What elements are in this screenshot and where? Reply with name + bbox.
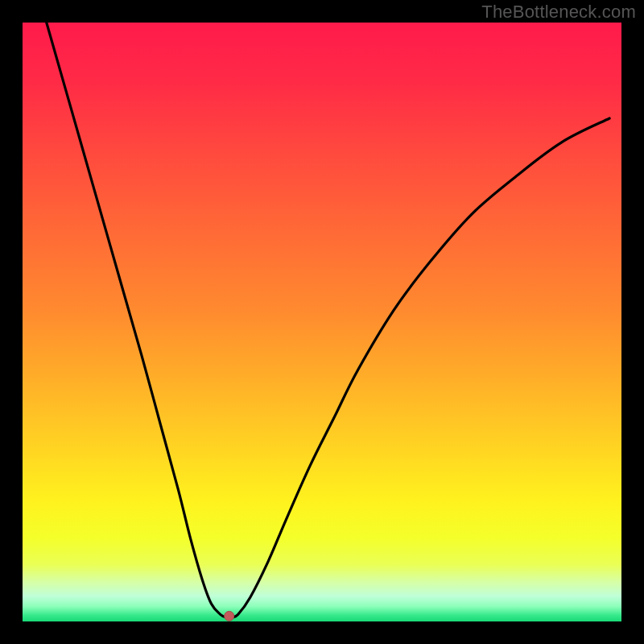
watermark-text: TheBottleneck.com — [481, 2, 636, 23]
plot-area — [23, 23, 621, 621]
bottleneck-marker — [225, 611, 234, 621]
plot-inner — [23, 23, 621, 621]
bottleneck-curve — [47, 23, 609, 617]
curve-layer — [23, 23, 621, 621]
chart-frame: TheBottleneck.com — [0, 0, 644, 644]
